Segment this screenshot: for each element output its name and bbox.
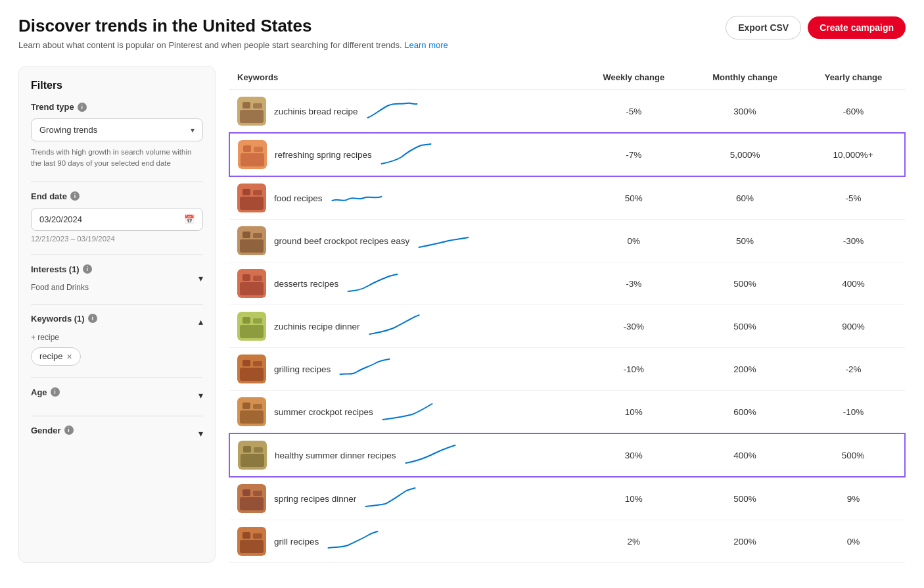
keyword-thumbnail (237, 355, 266, 383)
table-row[interactable]: food recipes 50% 60% -5% (229, 176, 905, 220)
yearly-change: 10,000%+ (802, 133, 905, 176)
interests-value: Food and Drinks (31, 283, 92, 292)
svg-rect-1 (240, 110, 264, 123)
keywords-chevron-icon[interactable] (198, 316, 203, 327)
yearly-change: -10% (802, 391, 905, 434)
svg-rect-23 (253, 318, 262, 324)
gender-filter: Gender i (31, 426, 203, 442)
trend-type-filter: Trend type i Growing trends Trends with … (31, 102, 203, 170)
svg-rect-9 (240, 197, 264, 210)
table-row[interactable]: zuchinis bread recipe -5% 300% -60% (229, 89, 905, 133)
learn-more-link[interactable]: Learn more (404, 40, 448, 50)
monthly-change: 500% (688, 477, 802, 520)
svg-rect-27 (253, 361, 262, 366)
keyword-cell: healthy summer dinner recipes (229, 433, 579, 477)
keyword-tag[interactable]: recipe × (31, 347, 81, 366)
keyword-thumbnail (237, 97, 266, 126)
keywords-label: Keywords (1) i (31, 314, 97, 324)
page-title: Discover trends in the United States (18, 16, 448, 36)
age-filter: Age i (31, 387, 203, 404)
monthly-change: 500% (688, 305, 802, 348)
end-date-info-icon[interactable]: i (70, 191, 80, 201)
svg-rect-33 (241, 454, 264, 467)
age-chevron-icon[interactable] (198, 390, 203, 401)
keyword-name: healthy summer dinner recipes (275, 451, 396, 460)
table-row[interactable]: desserts recipes -3% 500% 400% (229, 262, 905, 305)
table-row[interactable]: grilling recipes -10% 200% -2% (229, 348, 905, 391)
keyword-thumbnail (237, 312, 266, 341)
keyword-name: grilling recipes (274, 364, 331, 374)
table-body: zuchinis bread recipe -5% 300% -60% refr… (229, 89, 905, 563)
interests-info-icon[interactable]: i (83, 264, 92, 274)
svg-rect-2 (243, 102, 250, 109)
end-date-input[interactable]: 03/20/2024 📅 (31, 208, 203, 231)
monthly-change: 500% (688, 262, 802, 305)
svg-rect-3 (253, 103, 262, 109)
table-scroll-container[interactable]: Keywords Weekly change Monthly change Ye… (229, 66, 906, 563)
interests-chevron-icon[interactable] (198, 273, 203, 283)
table-row[interactable]: spring recipes dinner 10% 500% 9% (229, 477, 905, 520)
svg-rect-41 (240, 540, 264, 553)
table-row[interactable]: zuchinis recipe dinner -30% 500% 900% (229, 305, 905, 348)
monthly-change: 200% (688, 520, 802, 563)
keyword-cell: grill recipes (229, 520, 579, 563)
svg-rect-25 (240, 368, 264, 381)
weekly-change: -5% (579, 89, 688, 133)
col-yearly: Yearly change (802, 66, 905, 89)
keyword-cell: zuchinis recipe dinner (229, 305, 579, 348)
gender-info-icon[interactable]: i (64, 426, 74, 435)
svg-rect-35 (254, 447, 263, 453)
svg-rect-14 (243, 232, 250, 238)
svg-rect-10 (243, 189, 250, 195)
add-keyword-text: + recipe (31, 333, 203, 342)
weekly-change: -3% (579, 262, 688, 305)
weekly-change: 30% (579, 433, 688, 477)
keywords-info-icon[interactable]: i (88, 314, 97, 323)
svg-rect-17 (240, 282, 264, 295)
end-date-filter: End date i 03/20/2024 📅 12/21/2023 – 03/… (31, 191, 203, 243)
create-campaign-button[interactable]: Create campaign (808, 16, 906, 39)
trends-table: Keywords Weekly change Monthly change Ye… (229, 66, 906, 563)
svg-rect-19 (253, 276, 262, 281)
svg-rect-21 (240, 325, 264, 338)
keyword-cell: grilling recipes (229, 348, 579, 391)
col-weekly: Weekly change (579, 66, 688, 89)
table-row[interactable]: grill recipes 2% 200% 0% (229, 520, 905, 563)
svg-rect-42 (243, 532, 250, 539)
export-csv-button[interactable]: Export CSV (726, 16, 801, 39)
keyword-remove-icon[interactable]: × (66, 351, 72, 362)
table-row[interactable]: refreshing spring recipes -7% 5,000% 10,… (229, 133, 905, 176)
keyword-name: spring recipes dinner (274, 494, 356, 504)
divider-5 (31, 416, 203, 416)
gender-chevron-icon[interactable] (198, 428, 203, 439)
yearly-change: 500% (802, 433, 905, 477)
keyword-cell: food recipes (229, 176, 579, 220)
yearly-change: -30% (802, 220, 905, 262)
svg-rect-37 (240, 497, 264, 510)
table-row[interactable]: summer crockpot recipes 10% 600% -10% (229, 391, 905, 434)
yearly-change: 9% (802, 477, 905, 520)
divider-1 (31, 182, 203, 182)
filters-sidebar: Filters Trend type i Growing trends Tren… (18, 66, 216, 563)
keyword-thumbnail (237, 226, 266, 255)
svg-rect-18 (243, 274, 250, 281)
keyword-name: grill recipes (274, 537, 319, 547)
filters-title: Filters (31, 80, 203, 91)
table-row[interactable]: healthy summer dinner recipes 30% 400% 5… (229, 433, 905, 477)
age-info-icon[interactable]: i (51, 387, 60, 397)
weekly-change: -30% (579, 305, 688, 348)
svg-rect-11 (253, 190, 262, 195)
trend-type-select[interactable]: Growing trends (31, 118, 203, 141)
svg-rect-34 (243, 446, 251, 453)
calendar-icon: 📅 (184, 214, 195, 224)
keyword-cell: refreshing spring recipes (229, 133, 579, 176)
keyword-cell: desserts recipes (229, 262, 579, 305)
svg-rect-7 (254, 147, 263, 152)
keyword-thumbnail (237, 527, 266, 556)
keyword-thumbnail (238, 140, 267, 169)
keyword-cell: ground beef crockpot recipes easy (229, 220, 579, 262)
trend-type-info-icon[interactable]: i (78, 103, 87, 112)
keyword-cell: zuchinis bread recipe (229, 89, 579, 133)
end-date-label: End date i (31, 191, 203, 201)
table-row[interactable]: ground beef crockpot recipes easy 0% 50%… (229, 220, 905, 262)
